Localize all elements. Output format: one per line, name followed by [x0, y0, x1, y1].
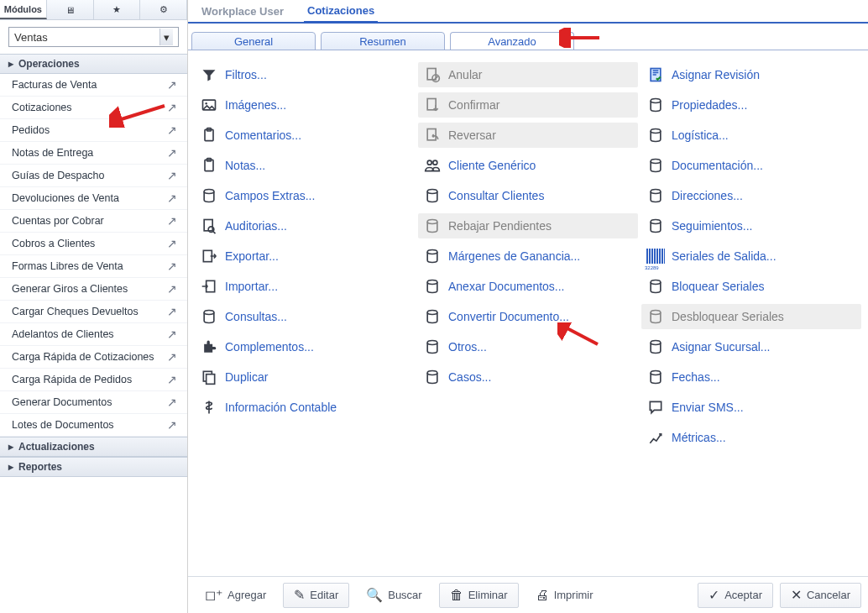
tool-convertir-documento[interactable]: Convertir Documento...: [418, 304, 638, 329]
svg-point-36: [651, 371, 661, 375]
tool-duplicar[interactable]: Duplicar: [195, 364, 415, 390]
tool-logistica[interactable]: Logística...: [641, 123, 861, 148]
tool-seriales-de-salida[interactable]: Seriales de Salida...: [641, 244, 861, 269]
database-icon: [423, 217, 442, 235]
nav-generar-giros-a-clientes[interactable]: Generar Giros a Clientes↗: [0, 278, 187, 301]
tool-fechas[interactable]: Fechas...: [641, 364, 861, 390]
tool-seguimientos[interactable]: Seguimientos...: [641, 213, 861, 238]
tool-label: Imágenes...: [225, 98, 286, 112]
puzzle-icon: [200, 338, 218, 356]
nav-guias-de-despacho[interactable]: Guías de Despacho↗: [0, 165, 187, 187]
tool-asignar-sucursal[interactable]: Asignar Sucursal...: [641, 334, 861, 359]
nav-generar-documentos[interactable]: Generar Documentos↗: [0, 391, 187, 414]
sidebar-tab-monitor[interactable]: 🖥: [47, 0, 94, 19]
svg-point-35: [651, 341, 661, 345]
tool-label: Márgenes de Ganancia...: [448, 249, 580, 263]
tool-label: Seriales de Salida...: [672, 249, 776, 263]
button-label: Cancelar: [807, 589, 850, 601]
sidebar-group-operaciones[interactable]: ▸ Operaciones: [0, 54, 187, 74]
tab-cotizaciones[interactable]: Cotizaciones: [304, 0, 378, 24]
tool-label: Auditorias...: [225, 219, 287, 233]
tool-enviar-sms[interactable]: Enviar SMS...: [641, 395, 861, 420]
cancelar-button[interactable]: ✕Cancelar: [780, 583, 861, 608]
nav-facturas-de-venta[interactable]: Facturas de Venta↗: [0, 74, 187, 97]
subtab-resumen[interactable]: Resumen: [321, 32, 445, 50]
nav-devoluciones-de-venta[interactable]: Devoluciones de Venta↗: [0, 187, 187, 210]
sidebar-tab-gear[interactable]: ⚙: [140, 0, 187, 19]
svg-point-28: [651, 99, 661, 103]
svg-point-34: [651, 311, 661, 315]
nav-cobros-a-clientes[interactable]: Cobros a Clientes↗: [0, 233, 187, 255]
database-icon: [423, 186, 442, 205]
nav-cuentas-por-cobrar[interactable]: Cuentas por Cobrar↗: [0, 210, 187, 233]
chevron-right-icon: ▸: [8, 441, 13, 453]
tool-consultar-clientes[interactable]: Consultar Clientes: [418, 183, 638, 208]
aceptar-button[interactable]: ✓Aceptar: [698, 583, 773, 608]
tool-margenes-de-ganancia[interactable]: Márgenes de Ganancia...: [418, 244, 638, 269]
tool-anexar-documentos[interactable]: Anexar Documentos...: [418, 274, 638, 299]
tool-propiedades[interactable]: Propiedades...: [641, 92, 861, 118]
buscar-button[interactable]: 🔍Buscar: [356, 583, 431, 608]
subtab-avanzado[interactable]: Avanzado: [450, 32, 574, 50]
tool-casos[interactable]: Casos...: [418, 364, 638, 390]
barcode-icon: [646, 247, 665, 265]
tool-consultas[interactable]: Consultas...: [195, 304, 415, 329]
nav-carga-rapida-de-cotizaciones[interactable]: Carga Rápida de Cotizaciones↗: [0, 346, 187, 369]
tool-label: Logística...: [672, 128, 729, 142]
nav-pedidos[interactable]: Pedidos↗: [0, 119, 187, 142]
sidebar-group-reportes[interactable]: ▸ Reportes: [0, 457, 187, 477]
nav-lotes-de-documentos[interactable]: Lotes de Documentos↗: [0, 414, 187, 437]
tool-label: Bloquear Seriales: [672, 280, 765, 293]
monitor-icon: 🖥: [65, 5, 75, 15]
tool-notas[interactable]: Notas...: [195, 153, 415, 178]
eliminar-button[interactable]: 🗑Eliminar: [439, 583, 519, 608]
tool-comentarios[interactable]: Comentarios...: [195, 123, 415, 148]
tool-otros[interactable]: Otros...: [418, 334, 638, 359]
tool-metricas[interactable]: Métricas...: [641, 425, 861, 450]
tool-importar[interactable]: Importar...: [195, 274, 415, 299]
tool-complementos[interactable]: Complementos...: [195, 334, 415, 359]
nav-adelantos-de-clientes[interactable]: Adelantos de Clientes↗: [0, 323, 187, 346]
tool-filtros[interactable]: Filtros...: [195, 62, 415, 87]
tool-exportar[interactable]: Exportar...: [195, 244, 415, 269]
editar-button[interactable]: ✎Editar: [283, 583, 349, 608]
tool-auditorias[interactable]: Auditorias...: [195, 213, 415, 238]
svg-point-20: [427, 190, 437, 194]
agregar-button[interactable]: ◻⁺Agregar: [195, 583, 276, 608]
sidebar-tab-star[interactable]: ★: [94, 0, 141, 19]
sidebar-tab-modulos[interactable]: Módulos: [0, 0, 47, 19]
tool-informacion-contable[interactable]: Información Contable: [195, 395, 415, 420]
nav-cotizaciones[interactable]: Cotizaciones↗: [0, 97, 187, 119]
edit-icon: ✎: [294, 587, 305, 603]
subtab-general[interactable]: General: [191, 32, 316, 50]
tool-reversar: Reversar: [418, 123, 638, 148]
tool-cliente-generico[interactable]: Cliente Genérico: [418, 153, 638, 178]
export-icon: [200, 247, 218, 265]
svg-point-1: [205, 102, 207, 105]
nav-label: Generar Giros a Clientes: [12, 283, 128, 295]
tool-documentacion[interactable]: Documentación...: [641, 153, 861, 178]
nav-notas-de-entrega[interactable]: Notas de Entrega↗: [0, 142, 187, 165]
tool-imagenes[interactable]: Imágenes...: [195, 92, 415, 118]
tool-campos-extras[interactable]: Campos Extras...: [195, 183, 415, 208]
tool-label: Asignar Revisión: [672, 68, 760, 81]
tool-direcciones[interactable]: Direcciones...: [641, 183, 861, 208]
module-select[interactable]: Ventas ▾: [8, 27, 179, 47]
nav-label: Cargar Cheques Devueltos: [12, 306, 139, 317]
tab-workplace-user[interactable]: Workplace User: [198, 1, 287, 22]
popout-icon: ↗: [167, 260, 177, 272]
nav-formas-libres-de-venta[interactable]: Formas Libres de Venta↗: [0, 255, 187, 278]
sidebar-group-actualizaciones[interactable]: ▸ Actualizaciones: [0, 437, 187, 457]
tool-label: Comentarios...: [225, 128, 301, 142]
tool-label: Asignar Sucursal...: [672, 340, 771, 354]
sidebar-tab-label: Módulos: [4, 4, 42, 14]
tool-bloquear-seriales[interactable]: Bloquear Seriales: [641, 274, 861, 299]
tool-asignar-revision[interactable]: Asignar Revisión: [641, 62, 861, 87]
nav-cargar-cheques-devueltos[interactable]: Cargar Cheques Devueltos↗: [0, 301, 187, 323]
database-icon: [646, 156, 665, 175]
svg-point-21: [427, 220, 437, 224]
trash-icon: 🗑: [450, 588, 463, 603]
nav-carga-rapida-de-pedidos[interactable]: Carga Rápida de Pedidos↗: [0, 369, 187, 391]
popout-icon: ↗: [167, 396, 177, 408]
imprimir-button[interactable]: 🖨Imprimir: [526, 583, 604, 608]
